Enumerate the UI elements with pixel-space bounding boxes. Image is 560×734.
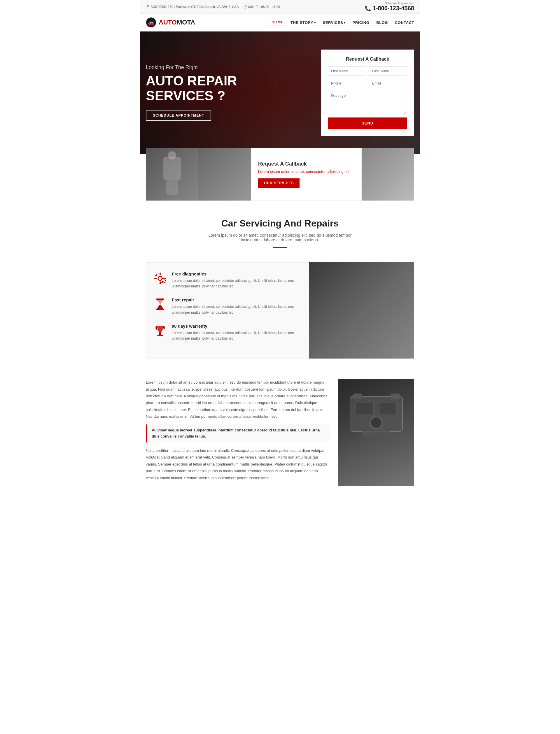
svg-rect-20 (356, 402, 373, 414)
clock-icon: 🕐 (243, 5, 247, 8)
navbar: 🚗 AUTOMOTA HOME THE STORY ▾ SERVICES ▾ P… (140, 14, 420, 31)
callback-form-title: Request A Callback (328, 57, 407, 62)
svg-rect-24 (353, 393, 362, 399)
svg-point-22 (370, 417, 382, 428)
paragraph-2: Nulla porttitor massa id aliquam lum mor… (146, 447, 330, 481)
feature-image-1 (146, 148, 198, 201)
car-service-title: Car Servicing And Repairs (146, 218, 414, 229)
nav-blog[interactable]: BLOG (376, 20, 388, 25)
svg-rect-4 (166, 180, 172, 195)
callback-form: Request A Callback SEND (321, 50, 414, 136)
feature-callback-title: Request A Callback (258, 161, 354, 167)
gear-icon (153, 272, 167, 286)
trophy-icon (153, 324, 167, 338)
warranty-icon (154, 324, 166, 337)
svg-point-6 (158, 276, 162, 281)
fast-repair-icon (154, 298, 166, 311)
first-name-input[interactable] (328, 66, 366, 76)
red-divider (273, 247, 287, 248)
svg-rect-7 (160, 273, 161, 275)
schedule-label: Schedule Appointment (365, 2, 414, 5)
svg-rect-8 (160, 282, 161, 284)
hours-block: 🕐 Mon-Fri: 08:00 - 18:00 (243, 5, 280, 9)
phone-icon: 📞 (365, 5, 371, 12)
phone-input[interactable] (328, 79, 366, 88)
car-service-description: Lorem ipsum dolor sit amet, consectetur … (207, 233, 353, 242)
chevron-down-icon: ▾ (314, 21, 316, 24)
nav-services[interactable]: SERVICES ▾ (323, 20, 346, 25)
message-input[interactable] (328, 91, 407, 114)
nav-the-story[interactable]: THE STORY ▾ (291, 20, 316, 25)
service-warranty-text: Lorem ipsum dolor sit amet, consectetur … (172, 330, 302, 342)
service-warranty-title: 90 days warrenty (172, 324, 302, 329)
svg-point-3 (168, 151, 176, 160)
services-video-panel (309, 262, 414, 359)
logo-icon: 🚗 (146, 17, 156, 28)
blockquote: Pulvinar neque laoreet suspendisse inter… (146, 424, 330, 442)
svg-rect-23 (362, 431, 391, 437)
svg-rect-25 (391, 393, 400, 399)
schedule-appointment-button[interactable]: SCHEDULE APPOINTMENT (146, 110, 211, 121)
feature-callback-text: Lorem ipsum dolor sit amet, consectetur … (258, 169, 354, 174)
svg-rect-2 (163, 157, 181, 180)
feature-image-2 (198, 148, 251, 201)
send-button[interactable]: SEND (328, 118, 407, 129)
phone-number: 1-800-123-4568 (373, 5, 414, 12)
svg-rect-16 (159, 332, 161, 335)
service-fast-repair-title: Fast repair (172, 297, 302, 302)
feature-callback-box: Request A Callback Lorem ipsum dolor sit… (251, 148, 362, 201)
name-row (328, 66, 407, 76)
address-block: 📍 ADDRESS: 7501 Parkwood CT. Falls Churc… (146, 5, 239, 9)
engine-image (338, 379, 414, 472)
text-section: Lorem ipsum dolor sit amet, consectetur … (140, 367, 420, 497)
svg-rect-9 (154, 278, 157, 279)
hero-content: Looking For The Right AUTO REPAIR SERVIC… (146, 64, 268, 121)
address-text: ADDRESS: 7501 Parkwood CT. Falls Church,… (151, 5, 239, 8)
svg-rect-17 (157, 335, 163, 336)
nav-home[interactable]: HOME (272, 20, 283, 25)
nav-pricing[interactable]: PRICING (353, 20, 370, 25)
car-service-section: Car Servicing And Repairs Lorem ipsum do… (140, 201, 420, 254)
top-bar-right: Schedule Appointment 📞 1-800-123-4568 (365, 2, 414, 12)
hero-title: AUTO REPAIR SERVICES ? (146, 73, 268, 103)
feature-image-3 (362, 148, 414, 201)
service-diagnostics-title: Free diagnostics (172, 272, 302, 276)
top-bar: 📍 ADDRESS: 7501 Parkwood CT. Falls Churc… (140, 0, 420, 14)
service-warranty: 90 days warrenty Lorem ipsum dolor sit a… (153, 324, 302, 342)
nav-links: HOME THE STORY ▾ SERVICES ▾ PRICING BLOG… (272, 20, 414, 25)
logo-auto: AUTO (159, 19, 177, 26)
service-fast-repair: Fast repair Lorem ipsum dolor sit amet, … (153, 297, 302, 315)
service-free-diagnostics: Free diagnostics Lorem ipsum dolor sit a… (153, 272, 302, 289)
chevron-down-icon-2: ▾ (344, 21, 346, 24)
svg-rect-11 (155, 274, 157, 276)
top-bar-left: 📍 ADDRESS: 7501 Parkwood CT. Falls Churc… (146, 5, 280, 9)
services-block: Free diagnostics Lorem ipsum dolor sit a… (140, 254, 420, 367)
pin-icon: 📍 (146, 5, 150, 8)
service-fast-repair-text: Lorem ipsum dolor sit amet, consectetur … (172, 304, 302, 315)
nav-contact[interactable]: CONTACT (395, 20, 414, 25)
email-input[interactable] (369, 79, 407, 88)
hero-subtitle: Looking For The Right (146, 64, 268, 71)
features-strip: Request A Callback Lorem ipsum dolor sit… (140, 148, 420, 201)
svg-rect-14 (156, 299, 164, 300)
service-fast-repair-info: Fast repair Lorem ipsum dolor sit amet, … (172, 297, 302, 315)
svg-rect-21 (379, 402, 397, 414)
text-left: Lorem ipsum dolor sit amet, consectetur … (146, 379, 330, 486)
text-image (338, 379, 414, 486)
service-diagnostics-info: Free diagnostics Lorem ipsum dolor sit a… (172, 272, 302, 289)
hours-text: Mon-Fri: 08:00 - 18:00 (248, 5, 280, 8)
svg-text:🚗: 🚗 (147, 19, 155, 26)
svg-rect-5 (172, 180, 178, 195)
service-diagnostics-text: Lorem ipsum dolor sit amet, consectetur … (172, 278, 302, 289)
contact-row (328, 79, 407, 88)
logo: 🚗 AUTOMOTA (146, 17, 195, 28)
service-warranty-info: 90 days warrenty Lorem ipsum dolor sit a… (172, 324, 302, 342)
paragraph-1: Lorem ipsum dolor sit amet, consectetur … (146, 379, 330, 420)
services-left: Free diagnostics Lorem ipsum dolor sit a… (146, 262, 309, 359)
mechanic-silhouette-1 (152, 151, 193, 198)
hero-section: Looking For The Right AUTO REPAIR SERVIC… (140, 31, 420, 154)
last-name-input[interactable] (369, 66, 407, 76)
our-services-button[interactable]: OUR SERVICES (258, 178, 300, 188)
hourglass-icon (153, 297, 167, 311)
logo-mota: MOTA (177, 19, 195, 26)
